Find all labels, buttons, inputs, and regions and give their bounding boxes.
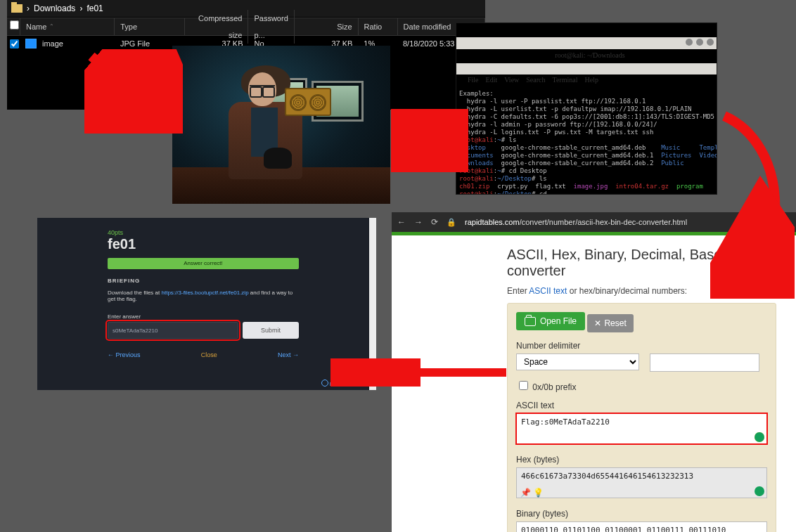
copy-icon[interactable] — [755, 432, 764, 442]
col-type[interactable]: Type — [115, 18, 185, 35]
terminal-window: root@kali: ~/Downloads FileEditViewSearc… — [456, 22, 717, 195]
answer-label: Enter answer — [108, 313, 141, 320]
url-text[interactable]: rapidtables.com/convert/number/ascii-hex… — [465, 218, 687, 226]
folder-open-icon — [525, 317, 536, 326]
briefing-header: BRIEFING — [108, 278, 299, 284]
window-controls[interactable] — [686, 39, 714, 46]
binary-textarea[interactable]: 01000110 01101100 01100001 01100111 0011… — [516, 521, 767, 533]
prefix-checkbox[interactable] — [519, 381, 528, 390]
bin-label: Binary (bytes) — [516, 509, 767, 519]
col-size[interactable]: Size — [295, 18, 358, 35]
maximize-icon — [696, 39, 703, 46]
reload-button[interactable]: ⟳ — [431, 217, 438, 227]
reset-button[interactable]: ✕Reset — [587, 314, 633, 332]
user-badge[interactable]: NishaPMcD — [321, 379, 359, 387]
answer-input[interactable] — [108, 322, 238, 339]
delimiter-custom-input[interactable] — [650, 353, 759, 372]
user-icon — [321, 379, 328, 387]
col-name[interactable]: Name⌃ — [20, 18, 115, 35]
image-preview — [172, 46, 390, 204]
close-icon — [707, 39, 714, 46]
open-file-button[interactable]: Open File — [516, 312, 585, 330]
points-label: 40pts — [108, 229, 299, 236]
hint-text: Enter ASCII text or hex/binary/decimal n… — [507, 286, 776, 296]
ascii-link[interactable]: ASCII text — [529, 286, 567, 296]
breadcrumb-seg[interactable]: fe01 — [86, 0, 103, 17]
row-checkbox[interactable] — [10, 39, 19, 48]
prev-link[interactable]: ← Previous — [108, 351, 141, 358]
minimize-icon — [686, 39, 693, 46]
ascii-textarea[interactable]: Flag:s0MeTAdaTa2210 — [516, 413, 767, 444]
hex-label: Hex (bytes) — [516, 455, 767, 465]
back-button[interactable]: ← — [397, 217, 406, 227]
arrow-icon: › — [79, 0, 82, 17]
status-badge: Answer correct! — [108, 258, 299, 269]
svg-line-3 — [398, 116, 454, 155]
delimiter-label: Number delimiter — [516, 341, 767, 351]
prefix-label: 0x/0b prefix — [532, 382, 576, 392]
window-title: root@kali: ~/Downloads — [456, 37, 717, 49]
next-link[interactable]: Next → — [278, 351, 299, 358]
pin-icon[interactable]: 📌 — [520, 488, 531, 498]
menu-search[interactable]: Search — [526, 76, 545, 84]
copy-icon[interactable] — [755, 486, 764, 496]
column-headers: Name⌃ Type Compressed size Password p...… — [7, 18, 485, 36]
ascii-label: ASCII text — [516, 401, 767, 410]
image-file-icon — [25, 39, 37, 48]
x-icon: ✕ — [594, 318, 601, 328]
browser-window: ← → ⟳ 🔒 rapidtables.com/convert/number/a… — [392, 212, 796, 532]
address-bar: ← → ⟳ 🔒 rapidtables.com/convert/number/a… — [392, 212, 796, 232]
submit-button[interactable]: Submit — [243, 322, 299, 339]
col-ratio[interactable]: Ratio — [359, 18, 398, 35]
lock-icon: 🔒 — [447, 218, 456, 227]
challenge-title: fe01 — [108, 236, 299, 252]
briefing-text: Download the files at https://3-files.bo… — [108, 290, 299, 302]
forward-button[interactable]: → — [414, 217, 423, 227]
menu-file[interactable]: File — [468, 76, 479, 84]
arrow-icon: › — [27, 0, 30, 17]
sort-caret-icon: ⌃ — [49, 18, 54, 35]
col-password[interactable]: Password p... — [248, 10, 295, 44]
breadcrumb-seg[interactable]: Downloads — [34, 0, 75, 17]
menu-edit[interactable]: Edit — [486, 76, 498, 84]
terminal-output[interactable]: Examples: hydra -l user -P passlist.txt … — [456, 89, 717, 195]
person — [214, 67, 306, 190]
delimiter-select[interactable]: Space — [516, 353, 639, 370]
menu-terminal[interactable]: Terminal — [553, 76, 578, 84]
hex-textarea[interactable]: 466c61673a73304d655441646154613232313 — [516, 467, 767, 498]
checkbox-header[interactable] — [7, 18, 20, 35]
boombox-icon — [285, 88, 331, 116]
file-name: image — [42, 39, 63, 48]
menu-view[interactable]: View — [504, 76, 519, 84]
converter-panel: Open File ✕Reset Number delimiter Space … — [507, 303, 776, 532]
ctf-panel: 40pts fe01 Answer correct! BRIEFING Down… — [37, 218, 376, 390]
page-title: ASCII, Hex, Binary, Decimal, Base64 conv… — [507, 247, 776, 279]
folder-icon — [11, 4, 23, 13]
download-link[interactable]: https://3-files.bootupctf.net/fe01.zip — [162, 290, 249, 296]
col-compressed-size[interactable]: Compressed size — [185, 10, 248, 44]
close-link[interactable]: Close — [201, 351, 217, 358]
bulb-icon[interactable]: 💡 — [533, 488, 544, 498]
